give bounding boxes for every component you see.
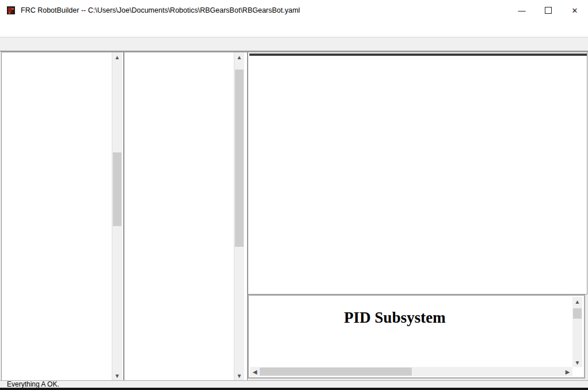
- scrollbar-thumb[interactable]: [260, 368, 412, 376]
- help-horizontal-scrollbar[interactable]: ◀ ▶: [250, 367, 572, 376]
- maximize-button[interactable]: [535, 0, 562, 21]
- scroll-right-icon[interactable]: ▶: [563, 369, 572, 375]
- maximize-icon: [545, 7, 552, 14]
- status-bar: Everything A OK.: [0, 380, 588, 388]
- desktop-edge: [0, 388, 588, 390]
- scroll-down-icon[interactable]: ▼: [572, 358, 582, 367]
- minimize-button[interactable]: —: [509, 0, 535, 21]
- window-controls: — ✕: [509, 0, 588, 21]
- help-title: PID Subsystem: [249, 309, 540, 327]
- help-content: PID Subsystem: [249, 296, 574, 368]
- palette-panel: ▲ ▼: [1, 52, 124, 381]
- scroll-up-icon[interactable]: ▲: [572, 297, 582, 306]
- help-panel: PID Subsystem ▲ ▼ ◀ ▶: [248, 295, 585, 378]
- help-vertical-scrollbar[interactable]: ▲ ▼: [572, 297, 582, 367]
- robotbuilder-app-icon: [6, 5, 16, 16]
- scrollbar-thumb[interactable]: [235, 70, 244, 247]
- title-bar[interactable]: FRC RobotBuilder -- C:\Users\Joe\Documen…: [0, 0, 588, 21]
- scrollbar-thumb[interactable]: [573, 308, 582, 319]
- scroll-up-icon[interactable]: ▲: [112, 52, 122, 62]
- menu-bar: [0, 21, 588, 37]
- window-title: FRC RobotBuilder -- C:\Users\Joe\Documen…: [21, 6, 300, 14]
- robotbuilder-window: FRC RobotBuilder -- C:\Users\Joe\Documen…: [0, 0, 588, 390]
- subsystem-tree-panel: ▲ ▼: [124, 52, 248, 381]
- toolbar: [0, 37, 588, 52]
- close-button[interactable]: ✕: [562, 0, 588, 21]
- palette-scrollbar[interactable]: ▲ ▼: [112, 52, 122, 380]
- status-text: Everything A OK.: [7, 380, 59, 388]
- scrollbar-thumb[interactable]: [113, 152, 122, 226]
- scroll-up-icon[interactable]: ▲: [234, 52, 244, 62]
- tree-scrollbar[interactable]: ▲ ▼: [234, 52, 244, 380]
- scroll-down-icon[interactable]: ▼: [234, 371, 244, 380]
- properties-panel: [248, 52, 587, 295]
- scroll-down-icon[interactable]: ▼: [112, 371, 122, 380]
- scroll-left-icon[interactable]: ◀: [250, 369, 260, 375]
